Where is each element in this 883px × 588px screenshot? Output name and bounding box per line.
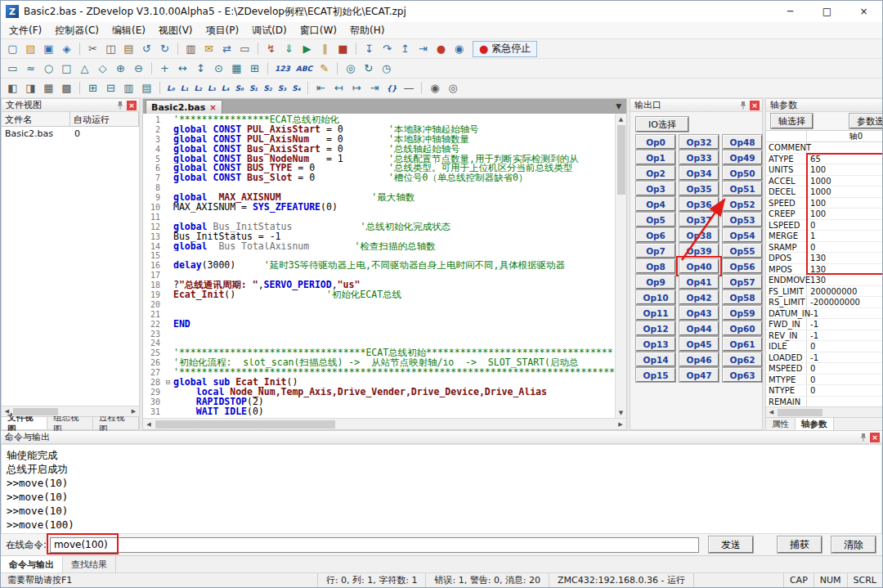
- code-line[interactable]: 6global CONST BUS_TYPE = 0 '总线类型。可用于上位机区…: [143, 164, 615, 173]
- file-panel-tab-2[interactable]: 过程视图: [93, 417, 139, 429]
- cut-icon[interactable]: ✂: [84, 41, 101, 57]
- output-button-op53[interactable]: Op53: [723, 213, 762, 227]
- scrollbar-thumb[interactable]: [778, 409, 822, 416]
- output-button-op38[interactable]: Op38: [679, 228, 719, 242]
- download-to-controller-icon[interactable]: ⇓: [280, 41, 298, 57]
- compare-icon[interactable]: ⇄: [218, 41, 235, 57]
- emergency-stop-button[interactable]: ● 紧急停止: [473, 41, 537, 57]
- code-line[interactable]: 15: [143, 251, 615, 261]
- output-button-op5[interactable]: Op5: [636, 213, 675, 227]
- output-button-op54[interactable]: Op54: [723, 228, 762, 242]
- code-line[interactable]: 4global CONST Bus_AxisStart = 0 '总线轴起始轴号: [143, 145, 615, 155]
- redo-icon[interactable]: ↻: [156, 41, 173, 57]
- axis-param-row[interactable]: SRAMP0: [766, 242, 883, 254]
- code-line[interactable]: 2global CONST PUL_AxisStart = 0 '本地脉冲轴起始…: [143, 125, 615, 135]
- run-icon[interactable]: ▶: [298, 41, 316, 57]
- connect-controller-icon[interactable]: ↯: [262, 41, 280, 57]
- zoom-in-icon[interactable]: ⊕: [112, 61, 129, 77]
- pause-icon[interactable]: ‖: [316, 41, 334, 57]
- axis-param-row[interactable]: REMAIN: [766, 397, 883, 407]
- axis-param-value[interactable]: -1: [807, 352, 883, 363]
- code-line[interactable]: 5global CONST Bus_NodeNum = 1 '总线配置节点数量,…: [143, 155, 615, 164]
- axis-param-value[interactable]: -1: [807, 308, 883, 319]
- output-button-op48[interactable]: Op48: [723, 135, 762, 149]
- output-button-op52[interactable]: Op52: [723, 197, 762, 211]
- paste-icon[interactable]: ▤: [120, 41, 137, 57]
- clock-view-icon[interactable]: ◷: [378, 61, 395, 77]
- axis-param-value[interactable]: 100: [807, 209, 883, 219]
- axis-param-row[interactable]: NTYPE0: [766, 385, 883, 397]
- auto-run-column-header[interactable]: 自动运行: [70, 112, 139, 127]
- record-a-icon[interactable]: ◉: [426, 80, 443, 97]
- output-button-op0[interactable]: Op0: [636, 135, 675, 149]
- axis-param-value[interactable]: 0: [807, 220, 883, 231]
- output-button-op46[interactable]: Op46: [679, 352, 719, 366]
- pin-icon[interactable]: [858, 433, 868, 442]
- axis-param-row[interactable]: REV_IN-1: [766, 330, 883, 342]
- column-view-icon[interactable]: ▥: [120, 80, 137, 97]
- axis-param-row[interactable]: MSPEED0: [766, 363, 883, 375]
- latch-2-icon[interactable]: L₂: [191, 80, 204, 97]
- scroll-down-icon[interactable]: ▼: [616, 407, 626, 418]
- output-button-op45[interactable]: Op45: [679, 337, 719, 351]
- code-line[interactable]: 31 WAIT IDLE(0): [143, 407, 615, 417]
- menu-item-3[interactable]: 视图(V): [152, 22, 199, 39]
- fold-marker-icon[interactable]: ⊟: [163, 378, 173, 388]
- output-button-op7[interactable]: Op7: [636, 244, 675, 258]
- code-line[interactable]: 11: [143, 213, 615, 222]
- editor-vscrollbar[interactable]: ▲ ▼: [615, 114, 626, 418]
- cascade-windows-icon[interactable]: ▩: [58, 80, 75, 97]
- code-line[interactable]: 1'****************ECAT总线初始化: [143, 115, 615, 125]
- mail-icon[interactable]: ✉: [200, 41, 217, 57]
- axis-panel-hscrollbar[interactable]: ◀ ▶: [766, 406, 883, 417]
- code-line[interactable]: 21: [143, 310, 615, 320]
- axis-param-row[interactable]: ACCEL1000: [766, 176, 883, 187]
- output-button-op11[interactable]: Op11: [636, 306, 675, 320]
- output-button-op33[interactable]: Op33: [679, 150, 719, 164]
- axis-param-row[interactable]: DPOS130: [766, 253, 883, 264]
- output-button-op35[interactable]: Op35: [679, 182, 719, 195]
- output-button-op4[interactable]: Op4: [636, 197, 675, 211]
- axis-param-value[interactable]: 0: [807, 341, 883, 352]
- zoom-out-icon[interactable]: ⊖: [130, 61, 147, 77]
- shape-rect-icon[interactable]: □: [58, 61, 75, 77]
- output-button-op59[interactable]: Op59: [723, 306, 762, 320]
- wave-view-icon[interactable]: ≈: [22, 61, 39, 77]
- output-button-op40[interactable]: Op40: [679, 259, 719, 273]
- new-file-icon[interactable]: ▢: [4, 41, 21, 57]
- refresh-view-icon[interactable]: ↻: [360, 61, 377, 77]
- scrollbar-thumb[interactable]: [13, 408, 58, 415]
- letters-view-icon[interactable]: ABC: [294, 61, 315, 77]
- numbers-view-icon[interactable]: 123: [272, 61, 293, 77]
- axis-param-value[interactable]: 130: [807, 253, 883, 263]
- axis-param-row[interactable]: CREEP100: [766, 209, 883, 220]
- output-button-op56[interactable]: Op56: [723, 259, 762, 273]
- output-button-op1[interactable]: Op1: [636, 150, 675, 164]
- shape-circle-icon[interactable]: ○: [40, 61, 57, 77]
- watch-icon[interactable]: ◉: [450, 41, 468, 57]
- axis-param-value[interactable]: 1000: [807, 186, 883, 197]
- output-button-op10[interactable]: Op10: [636, 290, 675, 304]
- code-line[interactable]: 17: [143, 271, 615, 281]
- code-area[interactable]: 1'****************ECAT总线初始化2global CONST…: [143, 114, 615, 418]
- axis-panel-tab-0[interactable]: 属性: [766, 418, 796, 430]
- send-button[interactable]: 发送: [709, 536, 753, 553]
- code-line[interactable]: 27'*************************************…: [143, 368, 615, 378]
- output-button-op41[interactable]: Op41: [679, 275, 719, 289]
- axis-param-row[interactable]: FWD_IN-1: [766, 319, 883, 330]
- code-line[interactable]: 3global CONST PUL_AxisNum = 0 '本地脉冲轴轴数量: [143, 135, 615, 145]
- jog-back-icon[interactable]: ↤: [330, 80, 347, 97]
- axis-param-row[interactable]: COMMENT: [766, 142, 883, 154]
- menu-item-7[interactable]: 帮助(H): [343, 22, 391, 39]
- latch-4-icon[interactable]: L₄: [219, 80, 232, 97]
- latch-0-icon[interactable]: L₀: [164, 80, 177, 97]
- axis-param-row[interactable]: ENDMOVE130: [766, 275, 883, 286]
- axis-param-value[interactable]: 0: [807, 363, 883, 374]
- edit-pencil-icon[interactable]: ✎: [316, 61, 333, 77]
- save-icon[interactable]: ▣: [40, 41, 57, 57]
- output-button-op15[interactable]: Op15: [636, 368, 675, 382]
- code-line[interactable]: 13Bus_InitStatus = -1: [143, 232, 615, 242]
- axis-param-value[interactable]: 0: [807, 375, 883, 385]
- axis-param-row[interactable]: FS_LIMIT200000000: [766, 286, 883, 298]
- table-view-icon[interactable]: ⊞: [246, 61, 263, 77]
